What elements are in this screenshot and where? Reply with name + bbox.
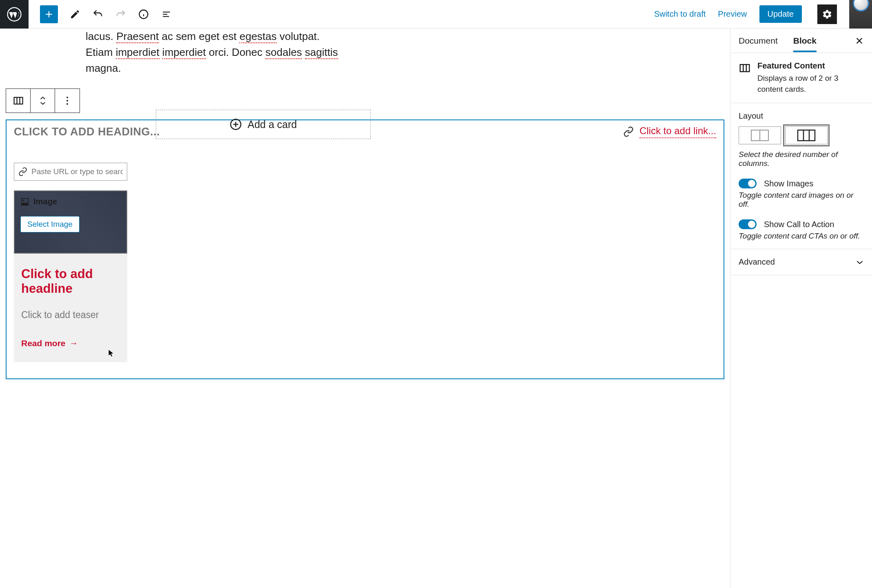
block-name: Featured Content bbox=[757, 61, 864, 71]
preview-link[interactable]: Preview bbox=[718, 9, 747, 19]
block-type-button[interactable] bbox=[6, 89, 31, 113]
block-options-button[interactable] bbox=[55, 89, 80, 113]
edit-icon[interactable] bbox=[69, 9, 81, 20]
show-cta-help: Toggle content card CTAs on or off. bbox=[739, 232, 864, 241]
block-link-placeholder[interactable]: Click to add link... bbox=[640, 125, 716, 138]
editor-canvas: lacus. Praesent ac sem eget est egestas … bbox=[0, 29, 730, 588]
card-headline-placeholder[interactable]: Click to add headline bbox=[21, 267, 120, 296]
block-toolbar bbox=[6, 88, 80, 113]
link-icon bbox=[623, 126, 634, 137]
info-icon[interactable] bbox=[138, 9, 149, 20]
outline-icon[interactable] bbox=[161, 9, 172, 20]
switch-to-draft-link[interactable]: Switch to draft bbox=[654, 9, 706, 19]
show-images-toggle[interactable] bbox=[739, 179, 757, 188]
card-cta[interactable]: Read more → bbox=[21, 338, 120, 348]
cursor-icon bbox=[108, 349, 115, 358]
svg-point-14 bbox=[23, 199, 24, 201]
user-avatar[interactable] bbox=[849, 0, 872, 29]
layout-3-columns[interactable] bbox=[785, 126, 828, 144]
undo-icon[interactable] bbox=[92, 9, 104, 20]
settings-button[interactable] bbox=[817, 4, 837, 24]
svg-point-11 bbox=[66, 100, 68, 102]
add-block-button[interactable] bbox=[40, 5, 58, 23]
wordpress-logo[interactable] bbox=[0, 0, 29, 29]
url-input-wrapper[interactable] bbox=[14, 163, 127, 181]
update-button[interactable]: Update bbox=[759, 5, 802, 23]
layout-help: Select the desired number of columns. bbox=[739, 150, 864, 168]
select-image-button[interactable]: Select Image bbox=[20, 216, 80, 232]
arrow-right-icon: → bbox=[70, 338, 78, 348]
add-card-button[interactable]: Add a card bbox=[156, 110, 371, 139]
svg-point-10 bbox=[66, 97, 68, 98]
show-cta-label: Show Call to Action bbox=[764, 220, 834, 229]
plus-circle-icon bbox=[230, 118, 242, 130]
content-card: Image Select Image Click to add headline… bbox=[14, 163, 127, 362]
block-description: Displays a row of 2 or 3 content cards. bbox=[757, 73, 864, 95]
show-images-help: Toggle content card images on or off. bbox=[739, 191, 864, 209]
svg-rect-25 bbox=[798, 130, 815, 141]
image-placeholder[interactable]: Image Select Image bbox=[14, 190, 127, 254]
layout-label: Layout bbox=[739, 111, 864, 121]
tab-block[interactable]: Block bbox=[793, 29, 817, 52]
chevron-down-icon bbox=[856, 260, 864, 265]
svg-rect-20 bbox=[740, 64, 750, 72]
card-teaser-placeholder[interactable]: Click to add teaser bbox=[21, 309, 120, 321]
url-input[interactable] bbox=[31, 167, 123, 176]
image-icon bbox=[20, 197, 29, 206]
svg-rect-7 bbox=[14, 97, 22, 104]
link-icon bbox=[18, 167, 27, 176]
layout-2-columns[interactable] bbox=[739, 126, 781, 144]
block-mover[interactable] bbox=[31, 89, 55, 113]
image-label: Image bbox=[33, 197, 57, 206]
advanced-panel[interactable]: Advanced bbox=[739, 257, 864, 267]
paragraph-block[interactable]: lacus. Praesent ac sem eget est egestas … bbox=[86, 29, 396, 76]
columns-icon bbox=[739, 62, 751, 95]
editor-topbar: Switch to draft Preview Update bbox=[0, 0, 872, 29]
redo-icon bbox=[115, 9, 126, 20]
settings-sidebar: Document Block Featured Content Displays… bbox=[730, 29, 872, 588]
show-cta-toggle[interactable] bbox=[739, 219, 757, 229]
tab-document[interactable]: Document bbox=[739, 29, 778, 52]
close-sidebar-button[interactable] bbox=[855, 36, 864, 45]
block-heading-placeholder[interactable]: CLICK TO ADD HEADING... bbox=[14, 126, 160, 138]
show-images-label: Show Images bbox=[764, 179, 813, 188]
featured-content-block[interactable]: CLICK TO ADD HEADING... Click to add lin… bbox=[6, 119, 724, 379]
svg-point-12 bbox=[66, 103, 68, 105]
